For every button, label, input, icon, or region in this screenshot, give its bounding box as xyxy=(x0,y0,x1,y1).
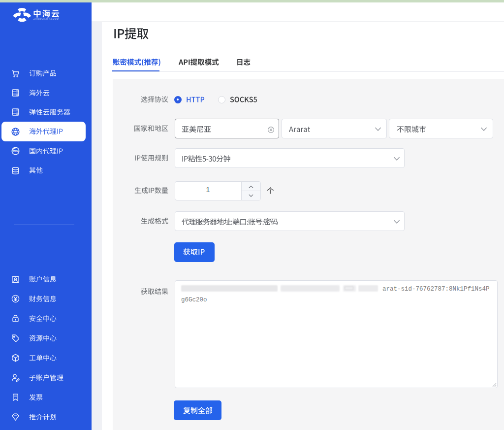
svg-text:WWW: WWW xyxy=(12,150,19,153)
